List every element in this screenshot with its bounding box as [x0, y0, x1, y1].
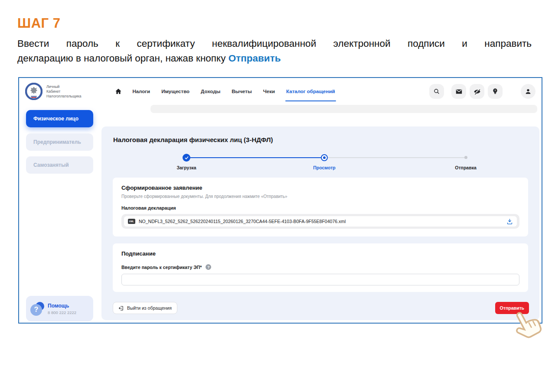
- download-file-button[interactable]: [506, 218, 513, 225]
- application-card-title: Сформированное заявление: [121, 185, 519, 191]
- step-heading: ШАГ 7: [17, 16, 60, 31]
- signing-card: Подписание Введите пароль к сертификату …: [113, 243, 528, 292]
- header-actions: ?: [429, 84, 535, 99]
- exit-icon: [118, 305, 124, 311]
- eye-off-icon: [473, 88, 481, 95]
- application-card: Сформированное заявление Проверьте сформ…: [113, 178, 528, 236]
- nav-item-taxes[interactable]: Налоги: [132, 89, 150, 94]
- step-label-review: Просмотр: [298, 165, 350, 170]
- main-panel: Налоговая декларация физических лиц (3-Н…: [101, 126, 539, 320]
- instruction-line1: Ввести пароль к сертификату неквалифицир…: [17, 36, 532, 51]
- nav-item-property[interactable]: Имущество: [161, 89, 189, 94]
- xml-file-icon: XML: [128, 219, 135, 224]
- main-nav: Налоги Имущество Доходы Вычеты Чеки Ката…: [132, 89, 335, 94]
- sidebar-item-individual[interactable]: Физическое лицо: [26, 110, 93, 127]
- step-review-node: [321, 154, 328, 161]
- exit-request-button[interactable]: Выйти из обращения: [113, 302, 177, 314]
- fns-logo-icon: [25, 83, 42, 100]
- messages-button[interactable]: [451, 84, 466, 99]
- nav-item-income[interactable]: Доходы: [201, 89, 220, 94]
- profile-button[interactable]: [521, 84, 535, 99]
- help-phone: 8 800 222 2222: [48, 310, 76, 315]
- file-row-container: XML NO_NDFL3_5262_5262_526220240115_2026…: [121, 214, 519, 229]
- mail-icon: [455, 88, 463, 95]
- app-window: Личный Кабинет Налогоплательщика Налоги …: [18, 77, 542, 324]
- logo-title-line1: Личный: [46, 84, 81, 89]
- signing-card-title: Подписание: [121, 250, 519, 257]
- instruction-line2: декларацию в налоговый орган, нажав кноп…: [17, 51, 532, 66]
- app-header: Личный Кабинет Налогоплательщика Налоги …: [19, 78, 542, 105]
- instruction-text: Ввести пароль к сертификату неквалифицир…: [17, 36, 532, 66]
- exit-request-label: Выйти из обращения: [127, 305, 172, 311]
- application-card-subtitle: Проверьте сформированные документы. Для …: [121, 194, 519, 199]
- logo-title-line3: Налогоплательщика: [46, 94, 81, 99]
- download-icon: [506, 218, 513, 225]
- instruction-action-word: Отправить: [229, 53, 281, 64]
- instruction-line2-text: декларацию в налоговый орган, нажав кноп…: [17, 53, 225, 64]
- check-icon: [184, 156, 189, 160]
- user-icon: [525, 88, 532, 95]
- progress-stepper: Загрузка Просмотр Отправка: [101, 153, 539, 172]
- logo-title: Личный Кабинет Налогоплательщика: [46, 84, 81, 99]
- step-label-send: Отправка: [440, 165, 492, 170]
- sidebar-item-entrepreneur[interactable]: Предприниматель: [26, 133, 93, 151]
- content-scroll-shadow: [150, 105, 537, 113]
- stepper-segment-todo: [324, 157, 466, 158]
- step-label-upload: Загрузка: [160, 165, 212, 170]
- help-question-icon: ?: [30, 302, 44, 316]
- password-help-icon[interactable]: ?: [206, 264, 211, 270]
- file-name: NO_NDFL3_5262_5262_526220240115_20260126…: [139, 219, 346, 224]
- nav-item-deductions[interactable]: Вычеты: [232, 89, 252, 94]
- help-card[interactable]: ? Помощь 8 800 222 2222: [26, 296, 93, 321]
- svg-text:?: ?: [494, 89, 496, 92]
- visibility-button[interactable]: [470, 84, 484, 99]
- declaration-file-row[interactable]: XML NO_NDFL3_5262_5262_526220240115_2026…: [124, 216, 517, 227]
- nav-item-receipts[interactable]: Чеки: [263, 89, 275, 94]
- lightbulb-icon: ?: [492, 88, 499, 95]
- help-title: Помощь: [48, 303, 76, 309]
- sidebar-item-self-employed[interactable]: Самозанятый: [26, 156, 93, 174]
- password-label: Введите пароль к сертификату ЭП*: [121, 265, 202, 270]
- certificate-password-input[interactable]: [121, 274, 519, 285]
- search-icon: [433, 88, 440, 95]
- nav-item-requests-catalog[interactable]: Каталог обращений: [286, 89, 335, 94]
- tips-button[interactable]: ?: [488, 84, 503, 99]
- home-icon[interactable]: [115, 88, 122, 95]
- step-send-node: [464, 156, 467, 159]
- logo-title-line2: Кабинет: [46, 89, 81, 94]
- step-upload-node: [183, 154, 190, 162]
- page-title: Налоговая декларация физических лиц (3-Н…: [113, 136, 273, 143]
- stepper-segment-done: [186, 157, 324, 158]
- search-button[interactable]: [429, 84, 444, 99]
- file-section-label: Налоговая декларация: [121, 205, 519, 211]
